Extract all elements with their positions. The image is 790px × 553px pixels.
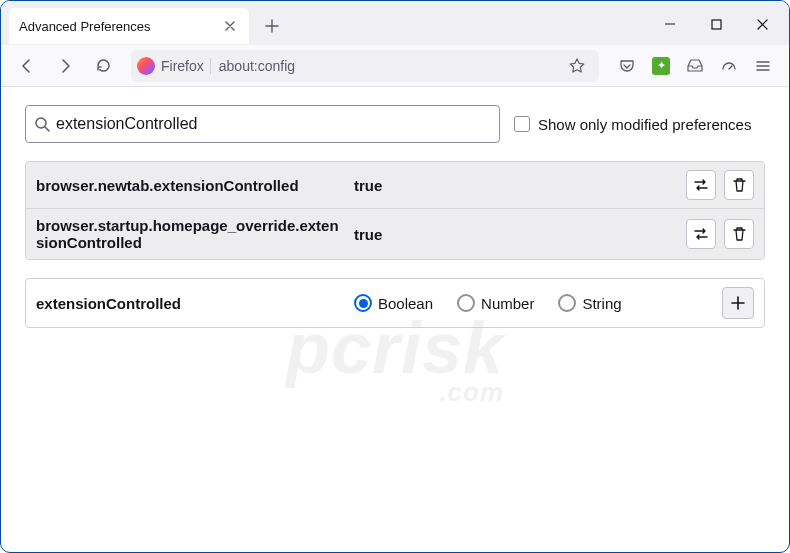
delete-button[interactable] [724, 219, 754, 249]
radio-icon [354, 294, 372, 312]
search-input[interactable] [56, 115, 491, 133]
url-text: about:config [217, 58, 555, 74]
about-config-content: pcrisk .com Show only modified preferenc… [1, 87, 789, 552]
toggle-button[interactable] [686, 219, 716, 249]
window-controls [647, 1, 785, 45]
dashboard-icon[interactable] [713, 50, 745, 82]
radio-number[interactable]: Number [457, 294, 534, 312]
tab-title: Advanced Preferences [19, 19, 213, 34]
bookmark-star-icon[interactable] [561, 50, 593, 82]
radio-string[interactable]: String [558, 294, 621, 312]
tab-strip: Advanced Preferences [1, 1, 789, 45]
app-menu-icon[interactable] [747, 50, 779, 82]
checkbox-icon [514, 116, 530, 132]
url-bar[interactable]: Firefox about:config [131, 50, 599, 82]
new-tab-button[interactable] [257, 11, 287, 41]
maximize-button[interactable] [693, 9, 739, 39]
add-button[interactable] [722, 287, 754, 319]
minimize-button[interactable] [647, 9, 693, 39]
browser-window: Advanced Preferences [0, 0, 790, 553]
pref-value: true [354, 177, 678, 194]
inbox-icon[interactable] [679, 50, 711, 82]
extension-icon[interactable]: ✦ [645, 50, 677, 82]
radio-boolean[interactable]: Boolean [354, 294, 433, 312]
close-tab-icon[interactable] [221, 17, 239, 35]
identity-label: Firefox [161, 58, 211, 74]
svg-rect-0 [712, 20, 721, 29]
delete-button[interactable] [724, 170, 754, 200]
show-modified-checkbox[interactable]: Show only modified preferences [514, 116, 751, 133]
firefox-icon [137, 57, 155, 75]
search-box[interactable] [25, 105, 500, 143]
pref-name: browser.newtab.extensionControlled [36, 177, 346, 194]
forward-button[interactable] [49, 50, 81, 82]
search-icon [34, 116, 50, 132]
navigation-toolbar: Firefox about:config ✦ [1, 45, 789, 87]
back-button[interactable] [11, 50, 43, 82]
close-window-button[interactable] [739, 9, 785, 39]
reload-button[interactable] [87, 50, 119, 82]
pref-row: browser.startup.homepage_override.extens… [26, 208, 764, 259]
radio-icon [457, 294, 475, 312]
add-pref-name: extensionControlled [36, 295, 346, 312]
radio-icon [558, 294, 576, 312]
search-row: Show only modified preferences [25, 105, 765, 143]
pref-value: true [354, 226, 678, 243]
pref-row: browser.newtab.extensionControlled true [26, 162, 764, 208]
add-pref-row: extensionControlled Boolean Number Strin… [25, 278, 765, 328]
preferences-table: browser.newtab.extensionControlled true … [25, 161, 765, 260]
checkbox-label-text: Show only modified preferences [538, 116, 751, 133]
type-radio-group: Boolean Number String [354, 294, 714, 312]
pocket-icon[interactable] [611, 50, 643, 82]
active-tab[interactable]: Advanced Preferences [9, 8, 249, 44]
pref-name: browser.startup.homepage_override.extens… [36, 217, 346, 251]
toggle-button[interactable] [686, 170, 716, 200]
